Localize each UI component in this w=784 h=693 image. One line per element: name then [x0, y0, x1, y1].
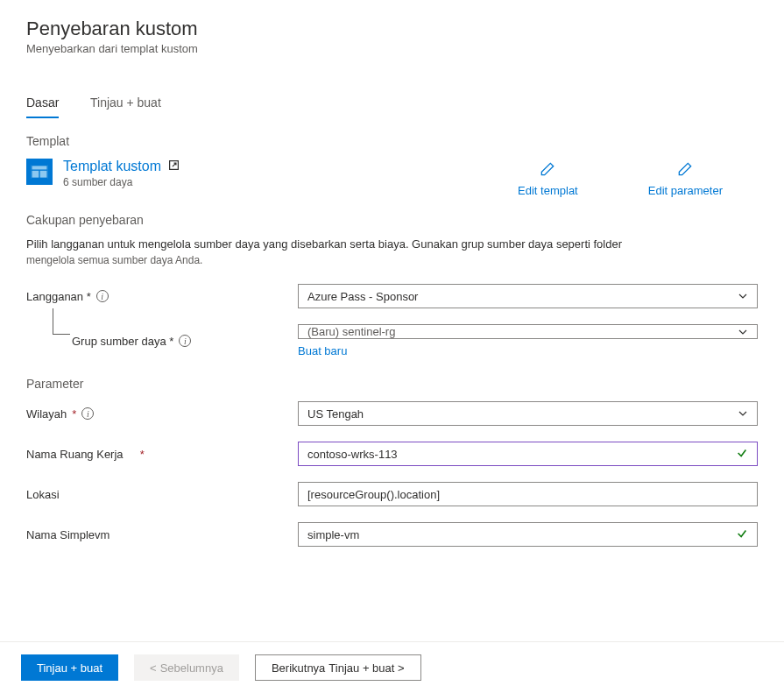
resource-group-label: Grup sumber daya * i: [26, 335, 298, 348]
template-section-label: Templat: [26, 134, 758, 148]
resource-group-value: (Baru) sentinel-rg: [307, 325, 395, 338]
workspace-name-field[interactable]: [307, 448, 736, 461]
resource-group-dropdown[interactable]: (Baru) sentinel-rg: [298, 324, 758, 339]
simplevm-input[interactable]: [298, 522, 758, 547]
parameter-section-label: Parameter: [26, 377, 758, 391]
template-resource-count: 6 sumber daya: [63, 176, 180, 188]
svg-rect-3: [39, 170, 47, 178]
check-icon: [736, 447, 748, 462]
subscription-dropdown[interactable]: Azure Pass - Sponsor: [298, 284, 758, 308]
review-create-button[interactable]: Tinjau + buat: [21, 654, 118, 681]
location-field[interactable]: [307, 488, 748, 501]
footer-bar: Tinjau + buat < Sebelumnya BerikutnyaTin…: [0, 641, 784, 693]
location-label: Lokasi: [26, 488, 298, 501]
subscription-label: Langganan * i: [26, 290, 298, 303]
chevron-down-icon: [738, 408, 748, 419]
tab-basic[interactable]: Dasar: [26, 88, 59, 118]
chevron-down-icon: [738, 291, 748, 301]
custom-template-link[interactable]: Templat kustom: [63, 159, 180, 174]
scope-desc-1: Pilih langganan untuk mengelola sumber d…: [26, 237, 758, 251]
pencil-icon: [676, 160, 694, 180]
previous-button: < Sebelumnya: [134, 654, 239, 681]
workspace-name-label: Nama Ruang Kerja *: [26, 448, 298, 461]
simplevm-label: Nama Simplevm: [26, 528, 298, 541]
svg-rect-2: [32, 170, 39, 178]
chevron-left-icon: <: [150, 661, 157, 675]
page-subtitle: Menyebarkan dari templat kustom: [26, 42, 758, 55]
info-icon[interactable]: i: [96, 290, 109, 302]
scope-desc-2: mengelola semua sumber daya Anda.: [26, 254, 758, 266]
create-new-link[interactable]: Buat baru: [298, 344, 758, 357]
edit-template-button[interactable]: Edit templat: [518, 160, 578, 197]
simplevm-field[interactable]: [307, 528, 736, 541]
subscription-value: Azure Pass - Sponsor: [307, 290, 418, 303]
info-icon[interactable]: i: [179, 335, 191, 347]
region-value: US Tengah: [307, 407, 364, 421]
svg-rect-1: [32, 166, 47, 171]
edit-parameter-button[interactable]: Edit parameter: [648, 160, 723, 197]
next-button[interactable]: BerikutnyaTinjau + buat >: [255, 654, 421, 681]
workspace-name-input[interactable]: [298, 442, 758, 466]
template-icon: [26, 159, 53, 185]
custom-template-title: Templat kustom: [63, 159, 161, 174]
external-link-icon: [168, 159, 180, 174]
check-icon: [736, 527, 748, 542]
region-dropdown[interactable]: US Tengah: [298, 401, 758, 426]
region-label: Wilayah* i: [26, 407, 298, 421]
pencil-icon: [539, 160, 556, 180]
location-input[interactable]: [298, 482, 758, 506]
edit-parameter-label: Edit parameter: [648, 184, 723, 197]
chevron-down-icon: [738, 327, 748, 337]
tab-review[interactable]: Tinjau + buat: [90, 88, 161, 117]
edit-template-label: Edit templat: [518, 184, 578, 197]
scope-section-label: Cakupan penyebaran: [26, 213, 758, 227]
tree-connector: [53, 308, 70, 335]
info-icon[interactable]: i: [81, 407, 94, 420]
page-title: Penyebaran kustom: [26, 18, 758, 40]
tabs: Dasar Tinjau + buat: [0, 88, 784, 118]
